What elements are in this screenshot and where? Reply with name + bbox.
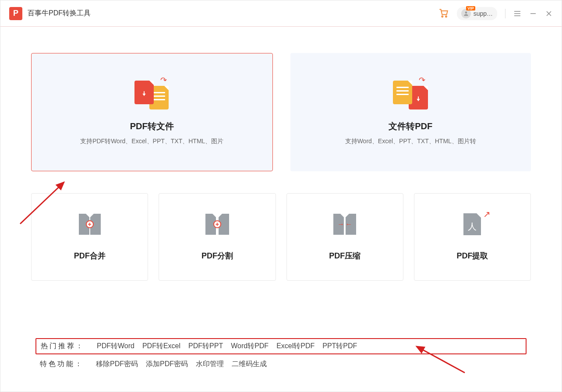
cart-icon[interactable] bbox=[438, 7, 449, 20]
split-icon: + bbox=[204, 213, 230, 235]
close-button[interactable] bbox=[545, 10, 553, 18]
feature-row: 特色功能： 移除PDF密码 添加PDF密码 水印管理 二维码生成 bbox=[35, 357, 527, 371]
app-title: 百事牛PDF转换工具 bbox=[28, 9, 91, 18]
card-pdf-merge[interactable]: + PDF合并 bbox=[31, 193, 148, 281]
file-to-pdf-icon: ↷ bbox=[393, 79, 428, 109]
main-content: ↷ PDF转文件 支持PDF转Word、Excel、PPT、TXT、HTML、图… bbox=[0, 27, 562, 281]
vip-badge: VIP bbox=[466, 6, 475, 11]
card-subtitle: 支持Word、Excel、PPT、TXT、HTML、图片转 bbox=[345, 138, 476, 145]
card-title: PDF转文件 bbox=[130, 120, 174, 132]
hot-link[interactable]: PDF转Word bbox=[97, 342, 134, 351]
card-title: PDF合并 bbox=[74, 251, 106, 261]
footer-links: 热门推荐： PDF转Word PDF转Excel PDF转PPT Word转PD… bbox=[35, 338, 527, 374]
extract-icon: 人 ↗ bbox=[459, 213, 485, 235]
card-title: PDF压缩 bbox=[329, 251, 361, 261]
feature-label: 特色功能： bbox=[40, 360, 84, 369]
merge-icon: + bbox=[77, 213, 103, 235]
feature-link[interactable]: 添加PDF密码 bbox=[146, 360, 188, 369]
card-file-to-pdf[interactable]: ↷ 文件转PDF 支持Word、Excel、PPT、TXT、HTML、图片转 bbox=[290, 53, 531, 171]
card-pdf-split[interactable]: + PDF分割 bbox=[159, 193, 276, 281]
card-title: PDF提取 bbox=[456, 251, 488, 261]
minimize-button[interactable] bbox=[529, 10, 537, 18]
compress-icon: →← bbox=[332, 213, 358, 235]
user-avatar-icon: VIP bbox=[461, 9, 471, 18]
title-bar: P 百事牛PDF转换工具 VIP supp… bbox=[0, 0, 562, 27]
user-account-button[interactable]: VIP supp… bbox=[457, 7, 497, 20]
card-subtitle: 支持PDF转Word、Excel、PPT、TXT、HTML、图片 bbox=[80, 138, 223, 145]
card-pdf-compress[interactable]: →← PDF压缩 bbox=[286, 193, 403, 281]
card-pdf-extract[interactable]: 人 ↗ PDF提取 bbox=[414, 193, 531, 281]
hot-label: 热门推荐： bbox=[41, 342, 85, 351]
app-logo: P bbox=[9, 7, 22, 20]
menu-icon[interactable] bbox=[513, 10, 521, 18]
svg-point-0 bbox=[442, 16, 443, 17]
card-title: PDF分割 bbox=[201, 251, 233, 261]
feature-link[interactable]: 移除PDF密码 bbox=[96, 360, 138, 369]
hot-link[interactable]: PDF转Excel bbox=[142, 342, 180, 351]
pdf-to-file-icon: ↷ bbox=[134, 79, 170, 109]
svg-point-1 bbox=[445, 16, 447, 17]
divider bbox=[505, 9, 505, 18]
feature-link[interactable]: 二维码生成 bbox=[232, 360, 267, 369]
hot-link[interactable]: PPT转PDF bbox=[322, 342, 357, 351]
hot-link[interactable]: Word转PDF bbox=[231, 342, 269, 351]
hot-link[interactable]: PDF转PPT bbox=[188, 342, 223, 351]
hot-recommend-row: 热门推荐： PDF转Word PDF转Excel PDF转PPT Word转PD… bbox=[35, 338, 527, 354]
feature-link[interactable]: 水印管理 bbox=[196, 360, 224, 369]
card-pdf-to-file[interactable]: ↷ PDF转文件 支持PDF转Word、Excel、PPT、TXT、HTML、图… bbox=[31, 53, 273, 171]
svg-point-2 bbox=[465, 11, 467, 14]
user-label: supp… bbox=[474, 10, 493, 17]
app-logo-letter: P bbox=[13, 9, 18, 18]
hot-link[interactable]: Excel转PDF bbox=[276, 342, 315, 351]
card-title: 文件转PDF bbox=[389, 120, 432, 132]
